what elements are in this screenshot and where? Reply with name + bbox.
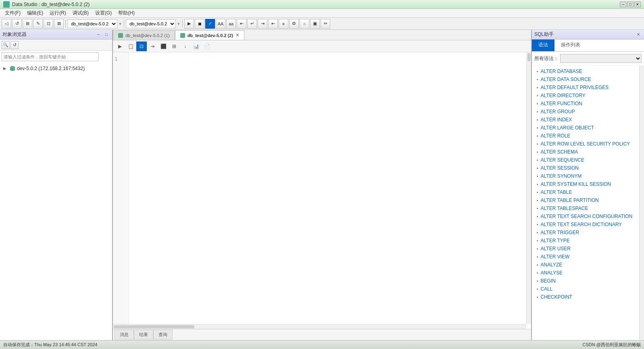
toolbar-btn-5[interactable]: ⊡ — [44, 19, 53, 29]
toolbar-aa[interactable]: AA — [216, 19, 225, 29]
minimize-button[interactable]: ─ — [620, 2, 626, 7]
toolbar-aa2[interactable]: aa — [226, 19, 236, 29]
exec-plan-btn[interactable]: 📋 — [125, 42, 136, 51]
connection-select-1[interactable]: db_test@dev-5.0.2 — [67, 19, 117, 28]
toolbar-stop[interactable]: ⏹ — [195, 19, 204, 29]
bottom-tab-messages[interactable]: 消息 — [115, 330, 134, 340]
toolbar-run[interactable]: ▶ — [184, 19, 194, 29]
menu-help[interactable]: 帮助(H) — [115, 9, 138, 17]
sql-list-item[interactable]: •ALTER DATABASE — [532, 67, 639, 75]
sql-list-item[interactable]: •ALTER TEXT SEARCH CONFIGURATION — [532, 212, 639, 220]
connection-select-2[interactable]: db_test@dev-5.0.2 — [126, 19, 176, 28]
sql-list-item[interactable]: •ALTER TRIGGER — [532, 229, 639, 237]
sql-list-item[interactable]: •ALTER DEFAULT PRIVILEGES — [532, 83, 639, 91]
sql-list-item[interactable]: •ALTER ROW LEVEL SECURITY POLICY — [532, 140, 639, 148]
format-btn[interactable]: ⇥ — [147, 42, 158, 51]
stop-btn[interactable]: ⬛ — [158, 42, 169, 51]
sql-bullet: • — [537, 295, 538, 299]
sql-list-item[interactable]: •ALTER DIRECTORY — [532, 91, 639, 100]
bottom-tab-results[interactable]: 结果 — [134, 330, 153, 340]
menu-debug[interactable]: 调试(B) — [69, 9, 92, 17]
filter-input[interactable] — [2, 52, 98, 61]
sql-bullet: • — [537, 110, 538, 114]
sql-list-item[interactable]: •ALTER TABLESPACE — [532, 204, 639, 212]
toolbar-format1[interactable]: ⇤ — [237, 19, 246, 29]
sql-helper-close[interactable]: ✕ — [635, 31, 642, 38]
commit-btn[interactable]: ↓ — [180, 42, 190, 51]
panel-maximize-btn[interactable]: □ — [103, 31, 110, 38]
toolbar-format5[interactable]: ≡ — [279, 19, 288, 29]
editor-area[interactable]: 1 — [113, 52, 531, 329]
sql-list-item[interactable]: •ALTER TABLE PARTITION — [532, 196, 639, 204]
toolbar-format9[interactable]: ✏ — [321, 19, 330, 29]
tab-2-close[interactable]: ✕ — [236, 33, 239, 38]
toolbar-commit[interactable]: ✓ — [205, 19, 215, 29]
sql-list-item[interactable]: •ANALYZE — [532, 261, 639, 269]
toolbar-format3[interactable]: ⇥ — [258, 19, 267, 29]
sql-tab-ops[interactable]: 操作列表 — [554, 39, 587, 51]
sql-item-label: ALTER DATA SOURCE — [541, 77, 591, 82]
menu-edit[interactable]: 编辑(E) — [24, 9, 46, 17]
tab-1[interactable]: db_test@dev-5.0.2 (1) — [113, 30, 175, 40]
sql-list-item[interactable]: •ALTER SYSTEM KILL SESSION — [532, 180, 639, 188]
exec-selected-btn[interactable]: ⊡ — [136, 42, 147, 51]
scrollbar-thumb-h[interactable] — [114, 325, 194, 328]
sql-list-item[interactable]: •ALTER LARGE OBJECT — [532, 124, 639, 132]
toolbar-format2[interactable]: ↵ — [247, 19, 257, 29]
menu-file[interactable]: 文件(F) — [2, 9, 24, 17]
export-btn[interactable]: 📄 — [202, 42, 212, 51]
toolbar-btn-2[interactable]: ↺ — [12, 19, 22, 29]
scrollbar-thumb-v[interactable] — [527, 53, 531, 61]
sql-list-item[interactable]: •ANALYSE — [532, 269, 639, 277]
sql-list-item[interactable]: •ALTER SEQUENCE — [532, 156, 639, 164]
sql-list-item[interactable]: •ALTER DATA SOURCE — [532, 75, 639, 83]
exec-btn[interactable]: ▶ — [115, 42, 125, 51]
sql-list: •ALTER DATABASE•ALTER DATA SOURCE•ALTER … — [532, 66, 639, 340]
sql-list-item[interactable]: •ALTER TEXT SEARCH DICTIONARY — [532, 220, 639, 229]
sql-list-item[interactable]: •CHECKPOINT — [532, 293, 639, 301]
sql-list-item[interactable]: •ALTER ROLE — [532, 132, 639, 140]
sql-list-item[interactable]: •ALTER TABLE — [532, 188, 639, 196]
sql-list-item[interactable]: •ALTER SYNONYM — [532, 172, 639, 180]
chart-btn[interactable]: 📊 — [191, 42, 201, 51]
right-scrollbar[interactable] — [639, 66, 644, 340]
sql-list-item[interactable]: •BEGIN — [532, 277, 639, 285]
tree-toggle[interactable]: ▶ — [3, 66, 8, 71]
refresh-icon[interactable]: 🔍 — [2, 41, 10, 49]
toolbar-format4[interactable]: ⇤ — [268, 19, 278, 29]
maximize-button[interactable]: □ — [627, 2, 634, 7]
sync-icon[interactable]: ↺ — [10, 41, 19, 49]
sql-list-item[interactable]: •ALTER GROUP — [532, 108, 639, 116]
sql-list-item[interactable]: •ALTER USER — [532, 245, 639, 253]
tab-2[interactable]: db_test@dev-5.0.2 (2) ✕ — [175, 30, 244, 40]
bottom-tab-query[interactable]: 查询 — [153, 330, 173, 340]
editor-content[interactable] — [129, 52, 531, 329]
sql-filter-select[interactable] — [560, 54, 642, 63]
sql-list-item[interactable]: •ALTER FUNCTION — [532, 100, 639, 108]
sql-list-item[interactable]: •ALTER TYPE — [532, 237, 639, 245]
toolbar-btn-1[interactable]: ◁ — [2, 19, 11, 29]
toolbar-sep-3 — [182, 20, 183, 28]
rollback-btn[interactable]: ⊞ — [169, 42, 179, 51]
menu-settings[interactable]: 设置(G) — [92, 9, 115, 17]
sql-tab-syntax[interactable]: 语法 — [532, 39, 554, 51]
sql-list-item[interactable]: •ALTER INDEX — [532, 116, 639, 124]
toolbar-format6[interactable]: ⚙ — [289, 19, 299, 29]
sql-list-item[interactable]: •ALTER SESSION — [532, 164, 639, 172]
toolbar-btn-4[interactable]: ✎ — [33, 19, 43, 29]
sql-list-item[interactable]: •CALL — [532, 285, 639, 293]
sql-list-item[interactable]: •ALTER VIEW — [532, 253, 639, 261]
close-button[interactable]: ✕ — [634, 2, 641, 7]
sql-list-item[interactable]: •ALTER SCHEMA — [532, 148, 639, 156]
toolbar-format8[interactable]: ▣ — [310, 19, 320, 29]
toolbar-format7[interactable]: ○ — [300, 19, 309, 29]
toolbar-btn-6[interactable]: ⊠ — [54, 19, 64, 29]
scrollbar-horizontal[interactable] — [113, 324, 526, 329]
toolbar-btn-3[interactable]: ⊞ — [23, 19, 32, 29]
menu-run[interactable]: 运行(R) — [46, 9, 69, 17]
sql-bullet: • — [537, 206, 538, 211]
tree-item-root[interactable]: ▶ dev-5.0.2 (172.168.2.167:5432) — [2, 64, 110, 73]
panel-minimize-btn[interactable]: ─ — [95, 31, 102, 38]
scrollbar-vertical[interactable] — [526, 52, 531, 324]
toolbar-arrow-2: ▾ — [177, 21, 181, 27]
